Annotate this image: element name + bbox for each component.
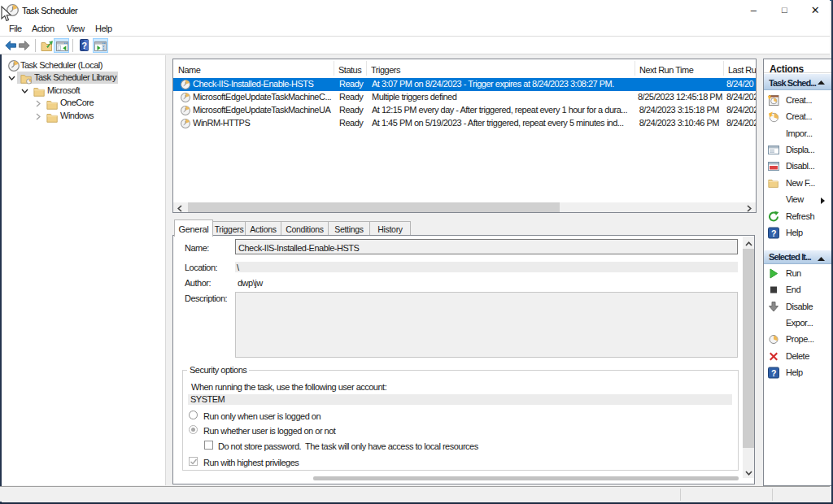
svg-text:?: ? xyxy=(771,228,776,238)
svg-text:?: ? xyxy=(771,368,776,378)
svg-text:?: ? xyxy=(81,41,87,50)
